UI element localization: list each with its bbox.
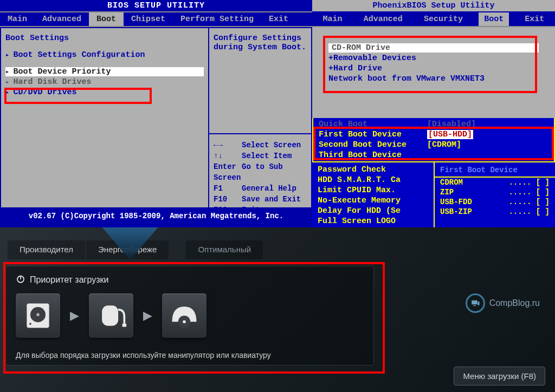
gig-right-hdr: First Boot Device bbox=[435, 164, 555, 178]
gig-lower: Password Check HDD S.M.A.R.T. Ca Limit C… bbox=[312, 162, 555, 230]
phx-menu-advanced[interactable]: Advanced bbox=[358, 12, 408, 26]
phoenix-title: PhoenixBIOS Setup Utility bbox=[312, 0, 555, 12]
ami-body: Boot Settings Boot Settings Configuratio… bbox=[0, 27, 312, 208]
gig-l-4[interactable]: Delay For HDD (Se bbox=[318, 206, 426, 215]
gig-l-5[interactable]: Full Screen LOGO bbox=[318, 217, 426, 226]
gig-opt-cdrom[interactable]: CDROM..... [ ] bbox=[435, 178, 555, 187]
gigabyte-bios-panel: Quick Boot[Disabled] First Boot Device[U… bbox=[312, 118, 555, 229]
svg-rect-11 bbox=[473, 305, 476, 306]
computer-icon bbox=[466, 293, 485, 313]
gig-l-0[interactable]: Password Check bbox=[318, 165, 426, 174]
gig-l-3[interactable]: No-Execute Memory bbox=[318, 196, 426, 205]
gig-l-1[interactable]: HDD S.M.A.R.T. Ca bbox=[318, 175, 426, 185]
gig-leftcol: Password Check HDD S.M.A.R.T. Ca Limit C… bbox=[312, 162, 435, 230]
ami-bios-panel: BIOS SETUP UTILITY Main Advanced Boot Ch… bbox=[0, 0, 312, 227]
ami-help-block: ←→Select Screen ↑↓Select Item EnterGo to… bbox=[214, 140, 307, 215]
ami-menu-perform[interactable]: Perform Setting bbox=[173, 12, 261, 26]
asus-bios-panel: Производител Энергосбереже Оптимальный П… bbox=[0, 227, 555, 392]
ami-desc-2: during System Boot. bbox=[214, 43, 307, 52]
gig-opt-usbfdd[interactable]: USB-FDD..... [ ] bbox=[435, 197, 555, 207]
ami-menu-boot[interactable]: Boot bbox=[89, 12, 124, 26]
phoenix-menubar: Main Advanced Security Boot Exit bbox=[312, 12, 555, 27]
highlight-red-box bbox=[3, 262, 385, 374]
ami-item-boot-device-priority[interactable]: Boot Device Priority bbox=[5, 67, 204, 76]
phoenix-bios-panel: PhoenixBIOS Setup Utility Main Advanced … bbox=[312, 0, 555, 118]
ami-item-hdd-drives[interactable]: Hard Disk Drives bbox=[5, 77, 204, 87]
svg-rect-12 bbox=[477, 302, 479, 305]
asus-tab-optimal[interactable]: Оптимальный bbox=[186, 240, 263, 259]
boot-menu-button[interactable]: Меню загрузки (F8) bbox=[454, 367, 545, 386]
ami-menubar: Main Advanced Boot Chipset Perform Setti… bbox=[0, 11, 312, 27]
ami-panel-title: Boot Settings bbox=[5, 34, 204, 43]
asus-tab-performance[interactable]: Производител bbox=[8, 240, 85, 259]
ami-menu-exit[interactable]: Exit bbox=[261, 12, 296, 26]
ami-menu-advanced[interactable]: Advanced bbox=[35, 12, 89, 26]
gig-l-2[interactable]: Limit CPUID Max. bbox=[318, 186, 426, 195]
gig-opt-zip[interactable]: ZIP..... [ ] bbox=[435, 187, 555, 197]
ami-right-pane: Configure Settings during System Boot. ←… bbox=[209, 27, 312, 208]
watermark-logo: CompBlog.ru bbox=[466, 293, 540, 313]
highlight-red-box bbox=[313, 127, 554, 160]
phx-menu-main[interactable]: Main bbox=[318, 12, 348, 26]
phx-menu-exit[interactable]: Exit bbox=[519, 12, 550, 26]
ami-menu-chipset[interactable]: Chipset bbox=[124, 12, 173, 26]
phx-menu-boot[interactable]: Boot bbox=[479, 12, 509, 26]
svg-rect-10 bbox=[472, 300, 477, 305]
ami-title: BIOS SETUP UTILITY bbox=[0, 0, 312, 11]
ami-menu-main[interactable]: Main bbox=[0, 12, 35, 26]
ami-left-pane: Boot Settings Boot Settings Configuratio… bbox=[0, 27, 209, 208]
phoenix-body: CD-ROM Drive +Removable Devices +Hard Dr… bbox=[312, 27, 555, 100]
phx-menu-security[interactable]: Security bbox=[418, 12, 468, 26]
highlight-red-box bbox=[4, 88, 152, 104]
ami-desc-1: Configure Settings bbox=[214, 34, 307, 43]
gig-rightcol: First Boot Device CDROM..... [ ] ZIP....… bbox=[435, 162, 555, 230]
ami-item-boot-settings-config[interactable]: Boot Settings Configuration bbox=[5, 50, 204, 60]
asus-tabs: Производител Энергосбереже Оптимальный bbox=[0, 227, 555, 259]
highlight-red-box bbox=[323, 36, 537, 93]
gig-opt-usbzip[interactable]: USB-ZIP..... [ ] bbox=[435, 207, 555, 217]
